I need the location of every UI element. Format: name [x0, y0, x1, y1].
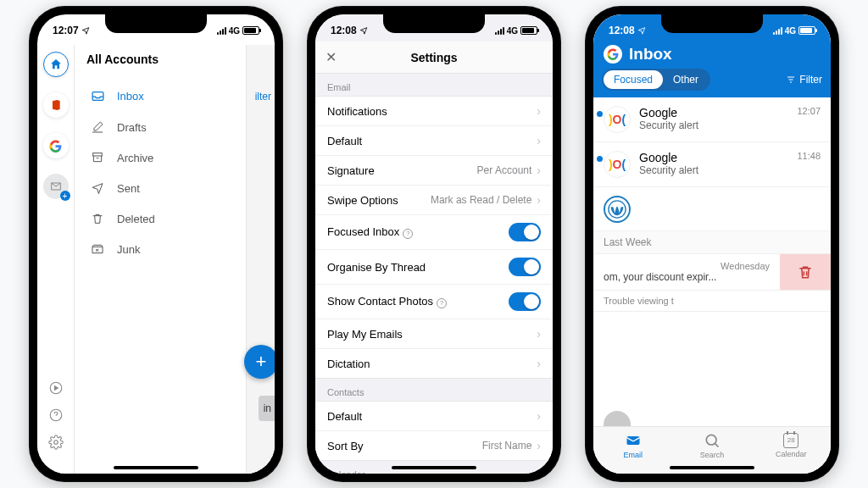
mail-day: Wednesday — [604, 261, 770, 271]
section-label-contacts: Contacts — [315, 379, 553, 401]
row-signature[interactable]: Signature Per Account› — [315, 156, 553, 186]
unread-indicator — [597, 156, 603, 162]
toggle-photos[interactable] — [509, 292, 541, 311]
settings-header: ✕ Settings — [315, 42, 553, 74]
unread-indicator — [597, 111, 603, 117]
mail-subject: Security alert — [639, 164, 821, 176]
status-time: 12:08 — [609, 25, 635, 36]
trash-icon — [90, 212, 105, 225]
row-focused-inbox: Focused Inbox? — [315, 215, 553, 250]
dnd-icon[interactable] — [48, 380, 64, 396]
mail-item-swiped[interactable]: Wednesday om, your discount expir... — [593, 254, 831, 291]
tab-email[interactable]: Email — [593, 427, 672, 463]
mail-item[interactable] — [593, 187, 831, 231]
folder-label: Inbox — [117, 90, 144, 103]
row-contact-photos: Show Contact Photos? — [315, 285, 553, 319]
tab-other[interactable]: Other — [663, 70, 709, 89]
battery-icon — [242, 26, 259, 35]
chevron-right-icon: › — [537, 104, 541, 118]
row-organise-thread: Organise By Thread — [315, 250, 553, 285]
sender-name: Google — [639, 151, 677, 164]
svg-point-2 — [53, 441, 58, 445]
folder-archive[interactable]: Archive — [75, 142, 275, 173]
folder-drafts[interactable]: Drafts — [75, 112, 275, 142]
mail-preview: Trouble viewing t — [593, 291, 831, 312]
row-contacts-default[interactable]: Default › — [315, 402, 553, 431]
partial-avatar — [604, 411, 631, 426]
row-default[interactable]: Default › — [315, 126, 553, 156]
svg-rect-7 — [626, 436, 639, 445]
row-dictation[interactable]: Dictation › — [315, 349, 553, 378]
svg-rect-5 — [93, 153, 103, 156]
trash-icon — [797, 263, 814, 280]
info-icon[interactable]: ? — [403, 229, 413, 239]
mail-subject: om, your discount expir... — [604, 271, 770, 283]
mail-item[interactable]: )O( Google 12:07 Security alert — [593, 97, 831, 142]
tab-search[interactable]: Search — [672, 427, 751, 463]
folder-junk[interactable]: Junk — [75, 234, 275, 264]
calendar-icon: 28 — [783, 433, 798, 448]
folder-inbox[interactable]: Inbox — [75, 80, 275, 112]
mail-time: 12:07 — [797, 106, 821, 119]
focused-other-segment: Focused Other — [602, 69, 710, 91]
google-account-icon[interactable] — [43, 133, 69, 158]
folder-sent[interactable]: Sent — [75, 173, 275, 203]
help-icon[interactable] — [48, 408, 64, 423]
office-account-icon[interactable] — [43, 92, 69, 118]
account-avatar[interactable] — [604, 45, 622, 64]
page-title: Settings — [410, 51, 457, 64]
swipe-delete-action[interactable] — [780, 254, 831, 290]
location-icon — [81, 26, 90, 35]
svg-point-8 — [706, 435, 716, 445]
mail-time: 11:48 — [797, 151, 821, 164]
row-sort-by[interactable]: Sort By First Name› — [315, 431, 553, 460]
folder-label: Junk — [117, 243, 140, 256]
folder-label: Deleted — [117, 213, 155, 225]
tab-focused[interactable]: Focused — [604, 70, 663, 89]
toggle-organise[interactable] — [509, 258, 541, 276]
sender-name: Google — [639, 106, 677, 119]
chevron-right-icon: › — [537, 134, 541, 147]
info-icon[interactable]: ? — [437, 298, 447, 308]
status-time: 12:08 — [331, 25, 357, 36]
folder-deleted[interactable]: Deleted — [75, 203, 275, 234]
mail-item[interactable]: )O( Google 11:48 Security alert — [593, 142, 831, 187]
filter-button[interactable]: Filter — [786, 74, 822, 86]
close-icon[interactable]: ✕ — [326, 49, 337, 65]
signin-button-peek[interactable]: in — [259, 396, 275, 421]
sender-avatar: )O( — [604, 151, 631, 178]
section-last-week: Last Week — [593, 231, 831, 254]
svg-rect-4 — [92, 92, 103, 101]
account-rail — [37, 45, 75, 474]
mail-list: )O( Google 12:07 Security alert )O( — [593, 97, 831, 312]
junk-icon — [90, 242, 105, 256]
row-play-emails[interactable]: Play My Emails › — [315, 319, 553, 349]
row-swipe-options[interactable]: Swipe Options Mark as Read / Delete› — [315, 186, 553, 215]
signal-icon — [217, 27, 226, 35]
folder-label: Drafts — [117, 121, 147, 134]
archive-icon — [90, 151, 105, 164]
search-icon — [704, 432, 721, 449]
row-notifications[interactable]: Notifications › — [315, 97, 553, 126]
folder-drawer: All Accounts Inbox Drafts — [75, 45, 275, 474]
toggle-focused[interactable] — [509, 223, 541, 241]
inbox-icon — [90, 89, 105, 103]
tab-calendar[interactable]: 28 Calendar — [752, 427, 831, 463]
home-icon[interactable] — [43, 52, 69, 77]
status-time: 12:07 — [53, 25, 79, 36]
drawer-title: All Accounts — [86, 53, 159, 66]
email-icon — [625, 432, 642, 449]
network-label: 4G — [229, 26, 240, 36]
sender-avatar — [604, 196, 631, 223]
settings-icon[interactable] — [48, 435, 64, 450]
drafts-icon — [90, 120, 105, 134]
sender-avatar: )O( — [604, 106, 631, 133]
compose-fab[interactable]: + — [244, 345, 275, 379]
folder-label: Sent — [117, 182, 140, 195]
sent-icon — [90, 181, 105, 195]
filter-text-peek: ilter — [255, 91, 271, 103]
add-account-icon[interactable] — [43, 174, 69, 199]
filter-icon — [786, 75, 796, 85]
folder-label: Archive — [117, 152, 153, 164]
section-label-email: Email — [315, 74, 553, 96]
